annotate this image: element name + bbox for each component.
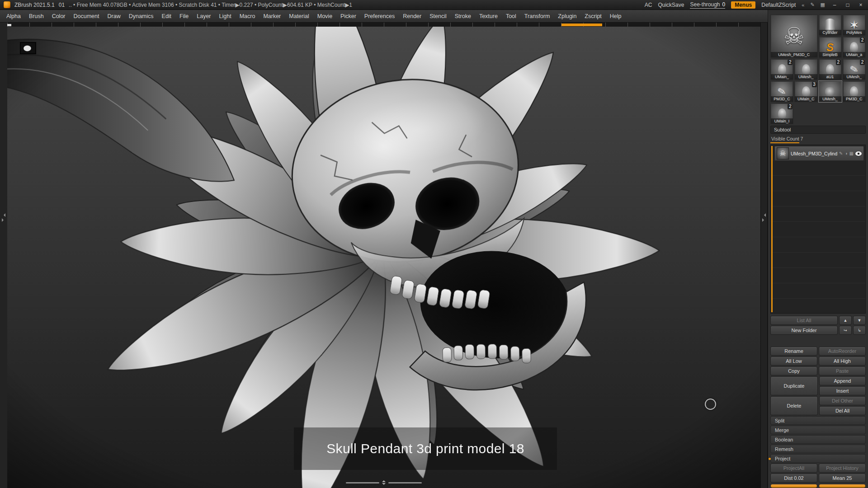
menu-item[interactable]: File xyxy=(179,13,189,19)
tool-thumbnail-item[interactable]: 2 UMesh_ xyxy=(843,59,866,80)
ac-button[interactable]: AC xyxy=(645,2,652,8)
subtool-polypaint-icon[interactable]: ◑ xyxy=(845,151,848,156)
project-history-button[interactable]: Project History xyxy=(819,464,866,473)
sculpt-viewport[interactable]: Skull Pendant 3d print model 18 xyxy=(7,27,760,488)
slider-stub-right[interactable] xyxy=(819,484,866,488)
new-folder-button[interactable]: New Folder xyxy=(770,326,838,335)
subtool-pen-icon[interactable]: ✎ xyxy=(839,151,843,156)
tool-thumbnail-item[interactable]: UMesh_ xyxy=(794,59,817,80)
subtool-list-item[interactable]: UMesh_PM3D_Cylinder3D1 ✎ ◑ ▦ xyxy=(774,146,864,161)
menu-item[interactable]: Brush xyxy=(29,13,44,19)
menu-item[interactable]: Alpha xyxy=(6,13,21,19)
copy-button[interactable]: Copy xyxy=(770,366,817,375)
delete-button[interactable]: Delete xyxy=(770,396,818,415)
grid-layout-icon[interactable]: ▦ xyxy=(821,2,825,8)
subtool-move-up-button[interactable]: ▲ xyxy=(839,316,852,325)
dist-slider[interactable]: Dist 0.02 xyxy=(770,474,817,483)
tool-thumbnail-item[interactable]: Cylinder xyxy=(819,14,842,36)
menu-item[interactable]: Color xyxy=(52,13,66,19)
menu-item[interactable]: Layer xyxy=(197,13,211,19)
zbrush-logo-icon xyxy=(4,1,10,8)
project-section-header[interactable]: Project xyxy=(770,454,866,463)
tool-thumbnail-item[interactable]: PM3D_C xyxy=(770,81,793,102)
subtool-palette-header[interactable]: Subtool xyxy=(770,126,866,134)
left-panel-collapse-handle[interactable] xyxy=(2,213,5,222)
default-zscript-button[interactable]: DefaultZScript xyxy=(761,2,796,8)
mean-slider[interactable]: Mean 25 xyxy=(819,474,866,483)
tool-thumbnail-item[interactable]: PolyMes xyxy=(843,14,866,36)
ruler-active-segment[interactable] xyxy=(561,23,602,26)
subtool-visibility-eye-icon[interactable] xyxy=(855,151,862,156)
menu-item[interactable]: Stroke xyxy=(455,13,471,19)
menu-item[interactable]: Dynamics xyxy=(129,13,154,19)
canvas-horizontal-scrollbar[interactable] xyxy=(346,479,422,487)
menu-item[interactable]: Texture xyxy=(479,13,498,19)
menu-item[interactable]: Edit xyxy=(162,13,172,19)
timeline-ruler[interactable] xyxy=(7,23,760,27)
menu-item[interactable]: Transform xyxy=(524,13,550,19)
append-button[interactable]: Append xyxy=(819,376,866,385)
menu-item[interactable]: Marker xyxy=(263,13,281,19)
rename-button[interactable]: Rename xyxy=(770,347,817,356)
slider-stub-left[interactable] xyxy=(770,484,817,488)
tool-label: Cylinder xyxy=(819,30,841,35)
tool-count-badge: 2 xyxy=(860,38,865,43)
project-all-button[interactable]: ProjectAll xyxy=(770,464,817,473)
menu-item[interactable]: Render xyxy=(403,13,421,19)
tool-thumbnail-item[interactable]: SimpleB xyxy=(819,37,842,58)
menu-item[interactable]: Preferences xyxy=(364,13,395,19)
see-through-slider[interactable]: See-through 0 xyxy=(690,1,725,9)
right-panel-collapse-handle[interactable] xyxy=(762,213,766,222)
menu-item[interactable]: Movie xyxy=(317,13,332,19)
split-section-header[interactable]: Split xyxy=(770,416,866,425)
auto-reorder-button[interactable]: AutoReorder xyxy=(819,347,866,356)
tool-thumbnail-item[interactable]: UMesh_ xyxy=(819,81,842,102)
menu-item[interactable]: Light xyxy=(219,13,231,19)
menu-item[interactable]: Stencil xyxy=(429,13,447,19)
list-all-button[interactable]: List All xyxy=(770,316,838,325)
tool-thumbnail-item[interactable]: PM3D_C xyxy=(843,81,866,102)
subtool-actions: List All ▲ ▼ New Folder ↪ ↳ Rename AutoR… xyxy=(770,315,866,488)
tool-thumbnail-item[interactable]: UMesh_PM3D_C xyxy=(770,14,818,58)
tool-thumbnail-item[interactable]: 3 UMain_C xyxy=(794,81,817,102)
subtool-move-down-button[interactable]: ▼ xyxy=(853,316,866,325)
close-button[interactable]: × xyxy=(857,2,864,8)
menu-item[interactable]: Document xyxy=(74,13,99,19)
folder-move-in-button[interactable]: ↪ xyxy=(839,326,852,335)
menu-item[interactable]: Draw xyxy=(108,13,121,19)
document-nav-thumbnail[interactable] xyxy=(20,42,36,54)
duplicate-button[interactable]: Duplicate xyxy=(770,376,818,395)
boolean-section-header[interactable]: Boolean xyxy=(770,435,866,444)
menu-item[interactable]: Material xyxy=(289,13,309,19)
left-column: Alpha Brush Color Document Draw Dynamics… xyxy=(0,10,768,488)
folder-move-out-button[interactable]: ↳ xyxy=(853,326,866,335)
quicksave-button[interactable]: QuickSave xyxy=(658,2,684,8)
subtool-polyframe-icon[interactable]: ▦ xyxy=(849,151,854,156)
del-other-button[interactable]: Del Other xyxy=(819,396,866,405)
chevrons-icon[interactable]: « xyxy=(802,2,804,8)
menu-item[interactable]: Zplugin xyxy=(558,13,576,19)
paste-button[interactable]: Paste xyxy=(819,366,866,375)
subtool-list[interactable]: UMesh_PM3D_Cylinder3D1 ✎ ◑ ▦ xyxy=(770,145,866,314)
maximize-button[interactable]: □ xyxy=(844,2,851,8)
tool-thumbnail-item[interactable]: 2 UMain_ xyxy=(770,59,793,80)
menu-item[interactable]: Macro xyxy=(240,13,255,19)
menu-item[interactable]: Tool xyxy=(506,13,516,19)
all-low-button[interactable]: All Low xyxy=(770,357,817,366)
menu-item[interactable]: Picker xyxy=(340,13,356,19)
doc-number: 01 xyxy=(59,2,65,8)
tool-thumbnail-item[interactable]: 2 aU1 xyxy=(819,59,842,80)
right-panel-divider[interactable] xyxy=(760,23,768,488)
del-all-button[interactable]: Del All xyxy=(819,406,866,415)
menus-toggle-button[interactable]: Menus xyxy=(731,1,755,9)
remesh-section-header[interactable]: Remesh xyxy=(770,445,866,453)
menu-item[interactable]: Zscript xyxy=(585,13,602,19)
pen-tablet-icon[interactable]: ✎ xyxy=(810,2,814,8)
minimize-button[interactable]: – xyxy=(831,2,838,8)
tool-thumbnail-item[interactable]: 2 UMain_I xyxy=(770,103,793,124)
tool-thumbnail-item[interactable]: 2 UMain_a xyxy=(843,37,866,58)
merge-section-header[interactable]: Merge xyxy=(770,426,866,434)
all-high-button[interactable]: All High xyxy=(819,357,866,366)
menu-item[interactable]: Help xyxy=(610,13,622,19)
insert-button[interactable]: Insert xyxy=(819,386,866,395)
